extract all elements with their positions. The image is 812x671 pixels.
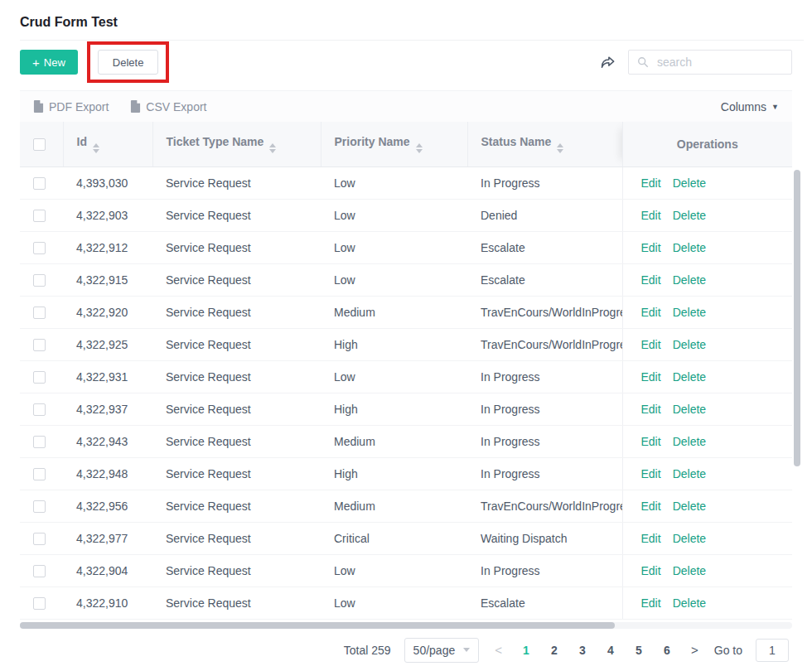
- row-checkbox[interactable]: [33, 177, 46, 190]
- row-checkbox[interactable]: [33, 565, 46, 577]
- page-number-1[interactable]: 1: [518, 644, 534, 657]
- cell-priority: Low: [321, 360, 467, 393]
- edit-link[interactable]: Edit: [641, 306, 661, 319]
- cell-status: In Progress: [467, 167, 622, 199]
- delete-link[interactable]: Delete: [673, 209, 706, 222]
- sort-icon[interactable]: [269, 143, 276, 153]
- cell-operations: EditDelete: [622, 167, 792, 199]
- csv-export-button[interactable]: CSV Export: [130, 100, 206, 113]
- page-number-2[interactable]: 2: [546, 644, 563, 657]
- header-id[interactable]: Id: [63, 122, 152, 167]
- pagination-bar: Total 259 50/page < 123456 > Go to: [20, 629, 792, 671]
- page-number-4[interactable]: 4: [602, 644, 619, 657]
- table-row[interactable]: 4,393,030Service RequestLowIn ProgressEd…: [20, 167, 792, 199]
- row-checkbox[interactable]: [33, 436, 46, 448]
- row-checkbox[interactable]: [33, 533, 46, 545]
- row-checkbox[interactable]: [33, 403, 46, 416]
- cell-ticket-type: Service Request: [152, 199, 321, 231]
- edit-link[interactable]: Edit: [641, 403, 661, 416]
- row-checkbox[interactable]: [33, 242, 46, 254]
- delete-link[interactable]: Delete: [673, 500, 706, 513]
- table-row[interactable]: 4,322,977Service RequestCriticalWaiting …: [20, 522, 792, 554]
- edit-link[interactable]: Edit: [641, 500, 661, 513]
- header-priority[interactable]: Priority Name: [321, 122, 467, 167]
- table-row[interactable]: 4,322,931Service RequestLowIn ProgressEd…: [20, 360, 792, 393]
- table-row[interactable]: 4,322,920Service RequestMediumTravEnCour…: [20, 296, 792, 328]
- row-checkbox-cell: [20, 393, 63, 425]
- edit-link[interactable]: Edit: [641, 435, 661, 448]
- table-row[interactable]: 4,322,925Service RequestHighTravEnCours/…: [20, 328, 792, 360]
- vertical-scrollbar-thumb[interactable]: [794, 170, 800, 466]
- cell-id: 4,322,937: [63, 393, 152, 425]
- edit-link[interactable]: Edit: [641, 338, 661, 351]
- delete-link[interactable]: Delete: [673, 532, 706, 545]
- row-checkbox-cell: [20, 457, 63, 490]
- sort-icon[interactable]: [416, 143, 423, 153]
- delete-link[interactable]: Delete: [673, 370, 706, 384]
- page-number-3[interactable]: 3: [574, 644, 591, 657]
- row-checkbox[interactable]: [33, 210, 46, 222]
- share-button[interactable]: [600, 54, 616, 70]
- goto-label: Go to: [714, 644, 742, 657]
- page-number-5[interactable]: 5: [631, 644, 647, 657]
- columns-dropdown[interactable]: Columns ▼: [721, 100, 779, 113]
- cell-priority: Low: [321, 167, 467, 199]
- header-ticket-type[interactable]: Ticket Type Name: [152, 122, 321, 167]
- delete-link[interactable]: Delete: [673, 435, 706, 448]
- edit-link[interactable]: Edit: [641, 370, 661, 384]
- sort-icon[interactable]: [93, 143, 99, 153]
- edit-link[interactable]: Edit: [641, 596, 661, 610]
- edit-link[interactable]: Edit: [641, 564, 661, 577]
- prev-page-button[interactable]: <: [492, 643, 505, 657]
- goto-page-input[interactable]: [756, 639, 789, 662]
- row-checkbox[interactable]: [33, 307, 46, 319]
- delete-link[interactable]: Delete: [673, 273, 706, 287]
- table-row[interactable]: 4,322,943Service RequestMediumIn Progres…: [20, 425, 792, 457]
- sort-icon[interactable]: [557, 143, 563, 153]
- delete-link[interactable]: Delete: [673, 596, 706, 610]
- delete-link[interactable]: Delete: [673, 403, 706, 416]
- next-page-button[interactable]: >: [689, 643, 701, 657]
- delete-link[interactable]: Delete: [673, 306, 706, 319]
- pdf-export-button[interactable]: PDF Export: [33, 100, 109, 113]
- delete-link[interactable]: Delete: [673, 338, 706, 351]
- table-row[interactable]: 4,322,912Service RequestLowEscalateEditD…: [20, 231, 792, 263]
- row-checkbox[interactable]: [33, 468, 46, 480]
- table-row[interactable]: 4,322,904Service RequestLowIn ProgressEd…: [20, 554, 792, 587]
- edit-link[interactable]: Edit: [641, 532, 661, 545]
- edit-link[interactable]: Edit: [641, 209, 661, 222]
- page-size-select[interactable]: 50/page: [404, 638, 480, 663]
- delete-link[interactable]: Delete: [673, 467, 706, 480]
- delete-link[interactable]: Delete: [673, 241, 706, 254]
- edit-link[interactable]: Edit: [641, 467, 661, 480]
- table-row[interactable]: 4,322,910Service RequestLowEscalateEditD…: [20, 587, 792, 619]
- plus-icon: +: [32, 56, 40, 69]
- table-row[interactable]: 4,322,903Service RequestLowDeniedEditDel…: [20, 199, 792, 231]
- table-row[interactable]: 4,322,948Service RequestHighIn ProgressE…: [20, 457, 792, 490]
- edit-link[interactable]: Edit: [641, 176, 661, 190]
- header-status[interactable]: Status Name: [467, 122, 622, 167]
- horizontal-scrollbar-thumb[interactable]: [20, 622, 615, 629]
- delete-link[interactable]: Delete: [673, 176, 706, 190]
- delete-link[interactable]: Delete: [673, 564, 706, 577]
- row-checkbox[interactable]: [33, 339, 46, 351]
- page-number-6[interactable]: 6: [659, 644, 675, 657]
- pdf-export-label: PDF Export: [49, 100, 109, 113]
- cell-ticket-type: Service Request: [152, 167, 321, 199]
- table-row[interactable]: 4,322,937Service RequestHighIn ProgressE…: [20, 393, 792, 425]
- cell-operations: EditDelete: [622, 296, 792, 328]
- table-row[interactable]: 4,322,915Service RequestLowEscalateEditD…: [20, 263, 792, 296]
- row-checkbox[interactable]: [33, 500, 46, 513]
- row-checkbox[interactable]: [33, 274, 46, 287]
- select-all-checkbox[interactable]: [33, 138, 46, 151]
- edit-link[interactable]: Edit: [641, 241, 661, 254]
- cell-operations: EditDelete: [622, 554, 792, 587]
- edit-link[interactable]: Edit: [641, 273, 661, 287]
- table-row[interactable]: 4,322,956Service RequestMediumTravEnCour…: [20, 490, 792, 522]
- row-checkbox[interactable]: [33, 371, 46, 384]
- delete-button[interactable]: Delete: [98, 50, 159, 75]
- new-button[interactable]: + New: [20, 50, 78, 75]
- cell-operations: EditDelete: [622, 587, 792, 619]
- search-input[interactable]: [655, 55, 783, 70]
- row-checkbox[interactable]: [33, 597, 46, 610]
